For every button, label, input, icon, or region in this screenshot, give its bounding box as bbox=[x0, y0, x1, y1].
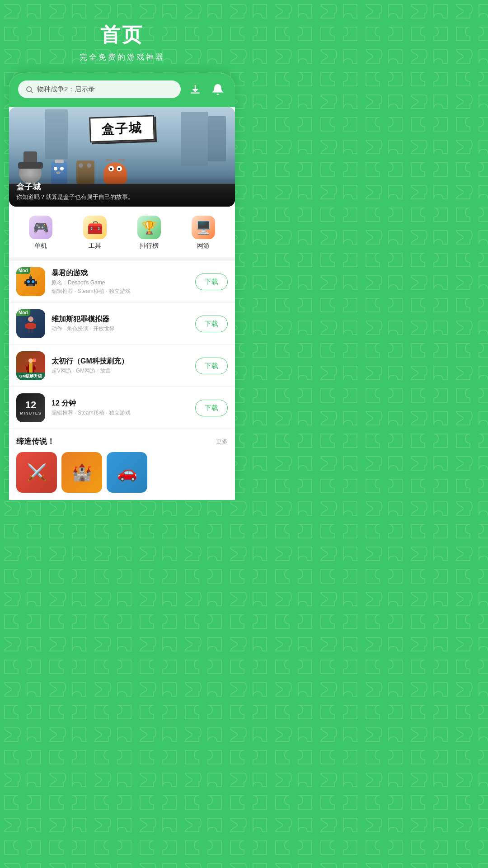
game-strip: ⚔️ 🏰 🚗 bbox=[9, 452, 235, 500]
strip-game-item[interactable]: 🚗 bbox=[107, 452, 147, 493]
standalone-icon: 🎮 bbox=[29, 216, 52, 239]
game-info-vegas: 维加斯犯罪模拟器 动作 · 角色扮演 · 开放世界 bbox=[52, 315, 189, 333]
game-item: GM破解升级 太初行（GM科技刷充） 超V网游 · GM网游 · 放置 下载 bbox=[9, 345, 235, 387]
category-online-label: 网游 bbox=[197, 242, 210, 250]
divider-1 bbox=[9, 257, 235, 261]
game-item: Mod 维加斯犯罪模拟器 动作 · 角色扮演 · 开放世界 下载 bbox=[9, 303, 235, 345]
download-button-despot[interactable]: 下载 bbox=[195, 274, 228, 290]
mod-badge: Mod bbox=[16, 267, 30, 274]
search-icon bbox=[25, 85, 33, 94]
svg-point-17 bbox=[28, 359, 33, 363]
game-icon-taichu: GM破解升级 bbox=[16, 351, 45, 380]
main-card: 物种战争2：启示录 bbox=[9, 73, 235, 500]
tools-icon: 🧰 bbox=[83, 216, 107, 239]
game-tags: 超V网游 · GM网游 · 放置 bbox=[52, 367, 189, 375]
search-row: 物种战争2：启示录 bbox=[18, 80, 226, 98]
section-more-link[interactable]: 更多 bbox=[216, 438, 228, 446]
game-item: 12 MINUTES 12 分钟 编辑推荐 · Steam移植 · 独立游戏 下… bbox=[9, 387, 235, 429]
strip-game-item[interactable]: ⚔️ bbox=[16, 452, 57, 493]
category-row: 🎮 单机 🧰 工具 🏆 排行榜 🖥️ 网游 bbox=[9, 207, 235, 257]
game-info-taichu: 太初行（GM科技刷充） 超V网游 · GM网游 · 放置 bbox=[52, 357, 189, 375]
bell-icon bbox=[212, 84, 224, 95]
header-section: 首页 完全免费的游戏神器 bbox=[0, 0, 244, 73]
notification-icon-button[interactable] bbox=[210, 81, 226, 98]
download-icon-button[interactable] bbox=[187, 81, 203, 98]
download-button-vegas[interactable]: 下载 bbox=[195, 316, 228, 332]
featured-banner[interactable]: 盒子城 bbox=[9, 107, 235, 207]
online-icon: 🖥️ bbox=[192, 216, 215, 239]
search-bar[interactable]: 物种战争2：启示录 bbox=[18, 80, 181, 98]
banner-info: 盒子城 你知道吗？就算是盒子也有属于自己的故事。 bbox=[9, 176, 235, 207]
svg-rect-12 bbox=[27, 323, 34, 329]
svg-point-4 bbox=[27, 280, 30, 283]
game-info-12min: 12 分钟 编辑推荐 · Steam移植 · 独立游戏 bbox=[52, 399, 189, 417]
search-input-text: 物种战争2：启示录 bbox=[37, 85, 95, 94]
svg-line-2 bbox=[31, 91, 33, 93]
game-icon-despot: Mod bbox=[16, 267, 45, 296]
category-standalone[interactable]: 🎮 单机 bbox=[29, 216, 52, 250]
svg-rect-9 bbox=[24, 281, 26, 284]
game-icon-12min: 12 MINUTES bbox=[16, 393, 45, 422]
svg-rect-13 bbox=[25, 324, 28, 328]
game-tags: 编辑推荐 · Steam移植 · 独立游戏 bbox=[52, 288, 189, 295]
game-name: 太初行（GM科技刷充） bbox=[52, 357, 189, 366]
svg-rect-16 bbox=[31, 329, 33, 333]
section-title: 缔造传说！ bbox=[16, 436, 55, 447]
card-header: 物种战争2：启示录 bbox=[9, 73, 235, 107]
banner-game-desc: 你知道吗？就算是盒子也有属于自己的故事。 bbox=[16, 193, 228, 201]
game-list: Mod 暴君的游戏 原名：Despot's Game 编辑推荐 · Steam移… bbox=[9, 261, 235, 429]
svg-point-5 bbox=[32, 280, 34, 283]
svg-rect-18 bbox=[29, 363, 33, 373]
game-item: Mod 暴君的游戏 原名：Despot's Game 编辑推荐 · Steam移… bbox=[9, 261, 235, 303]
mod-badge: Mod bbox=[16, 309, 30, 316]
category-tools-label: 工具 bbox=[89, 242, 101, 250]
game-info-despot: 暴君的游戏 原名：Despot's Game 编辑推荐 · Steam移植 · … bbox=[52, 269, 189, 295]
svg-point-1 bbox=[27, 87, 32, 92]
download-icon bbox=[189, 84, 201, 95]
svg-rect-10 bbox=[35, 281, 37, 284]
category-standalone-label: 单机 bbox=[34, 242, 47, 250]
category-tools[interactable]: 🧰 工具 bbox=[83, 216, 107, 250]
banner-sign: 盒子城 bbox=[89, 115, 155, 143]
banner-game-title: 盒子城 bbox=[16, 181, 228, 192]
download-button-taichu[interactable]: 下载 bbox=[195, 358, 228, 374]
category-ranking[interactable]: 🏆 排行榜 bbox=[137, 216, 161, 250]
page-subtitle: 完全免费的游戏神器 bbox=[0, 52, 244, 62]
download-button-12min[interactable]: 下载 bbox=[195, 400, 228, 416]
svg-point-11 bbox=[28, 316, 33, 322]
page-title: 首页 bbox=[0, 22, 244, 48]
svg-rect-14 bbox=[33, 324, 36, 328]
svg-rect-15 bbox=[28, 329, 30, 333]
game-tags: 编辑推荐 · Steam移植 · 独立游戏 bbox=[52, 409, 189, 417]
svg-rect-8 bbox=[30, 274, 31, 277]
category-ranking-label: 排行榜 bbox=[140, 242, 159, 250]
strip-game-item[interactable]: 🏰 bbox=[61, 452, 102, 493]
game-name: 暴君的游戏 bbox=[52, 269, 189, 278]
game-name: 12 分钟 bbox=[52, 399, 189, 408]
svg-rect-6 bbox=[28, 284, 33, 286]
game-original-name: 原名：Despot's Game bbox=[52, 279, 189, 287]
game-icon-vegas: Mod bbox=[16, 309, 45, 338]
game-tags: 动作 · 角色扮演 · 开放世界 bbox=[52, 325, 189, 333]
ranking-icon: 🏆 bbox=[137, 216, 161, 239]
game-name: 维加斯犯罪模拟器 bbox=[52, 315, 189, 324]
section-header: 缔造传说！ 更多 bbox=[9, 429, 235, 452]
category-online[interactable]: 🖥️ 网游 bbox=[192, 216, 215, 250]
